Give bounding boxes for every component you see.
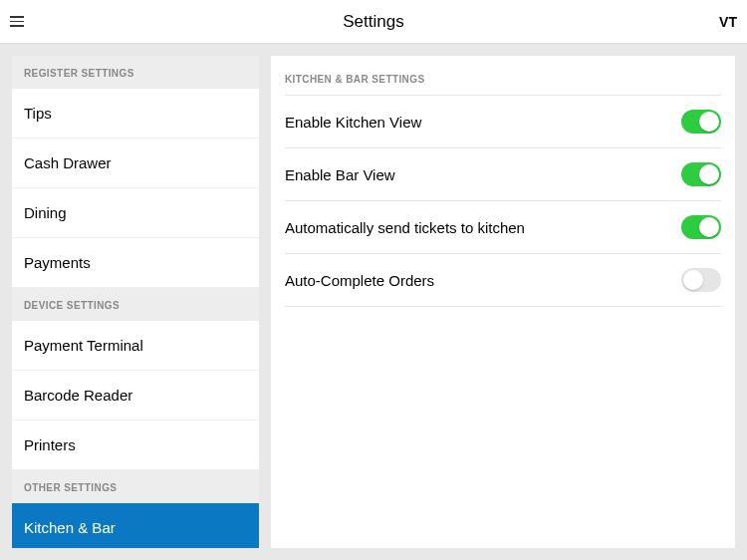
content: REGISTER SETTINGSTipsCash DrawerDiningPa… xyxy=(0,44,747,560)
sidebar-item-dining[interactable]: Dining xyxy=(12,188,259,238)
header: Settings VT xyxy=(0,0,747,44)
toggle-auto-complete-orders[interactable] xyxy=(681,268,721,292)
setting-label: Enable Bar View xyxy=(285,166,395,183)
user-badge[interactable]: VT xyxy=(719,14,737,30)
sidebar-item-label: Barcode Reader xyxy=(24,387,132,404)
sidebar-item-cash-drawer[interactable]: Cash Drawer xyxy=(12,139,259,188)
sidebar-item-label: Cash Drawer xyxy=(24,154,112,171)
sidebar-item-printers[interactable]: Printers xyxy=(12,420,259,470)
sidebar-section-header: OTHER SETTINGS xyxy=(12,470,259,503)
main-panel: KITCHEN & BAR SETTINGS Enable Kitchen Vi… xyxy=(271,56,735,548)
toggle-auto-send-tickets[interactable] xyxy=(681,215,721,239)
toggle-knob xyxy=(683,270,703,290)
toggle-knob xyxy=(699,112,719,132)
toggle-knob xyxy=(699,217,719,237)
sidebar-item-barcode-reader[interactable]: Barcode Reader xyxy=(12,371,259,420)
sidebar-section-header: DEVICE SETTINGS xyxy=(12,288,259,321)
toggle-enable-kitchen-view[interactable] xyxy=(681,110,721,134)
setting-label: Auto-Complete Orders xyxy=(285,272,434,289)
setting-row: Enable Bar View xyxy=(285,147,721,200)
page-title: Settings xyxy=(343,12,403,32)
main-section-header: KITCHEN & BAR SETTINGS xyxy=(285,56,721,95)
toggle-enable-bar-view[interactable] xyxy=(681,162,721,186)
menu-icon[interactable] xyxy=(10,12,30,32)
toggle-knob xyxy=(699,164,719,184)
sidebar-item-label: Payments xyxy=(24,254,91,271)
sidebar-item-label: Kitchen & Bar xyxy=(24,519,116,536)
sidebar-item-payment-terminal[interactable]: Payment Terminal xyxy=(12,321,259,371)
sidebar-item-tips[interactable]: Tips xyxy=(12,89,259,139)
sidebar-section-header: REGISTER SETTINGS xyxy=(12,56,259,89)
settings-list: Enable Kitchen ViewEnable Bar ViewAutoma… xyxy=(285,95,721,307)
setting-row: Automatically send tickets to kitchen xyxy=(285,200,721,253)
sidebar-item-label: Payment Terminal xyxy=(24,337,143,354)
sidebar: REGISTER SETTINGSTipsCash DrawerDiningPa… xyxy=(12,56,259,548)
sidebar-item-label: Printers xyxy=(24,436,76,453)
sidebar-item-kitchen-bar[interactable]: Kitchen & Bar xyxy=(12,503,259,548)
setting-label: Automatically send tickets to kitchen xyxy=(285,219,525,236)
sidebar-item-label: Tips xyxy=(24,105,52,122)
setting-label: Enable Kitchen View xyxy=(285,114,421,131)
sidebar-item-label: Dining xyxy=(24,204,67,221)
sidebar-item-payments[interactable]: Payments xyxy=(12,238,259,288)
setting-row: Enable Kitchen View xyxy=(285,95,721,147)
setting-row: Auto-Complete Orders xyxy=(285,253,721,307)
